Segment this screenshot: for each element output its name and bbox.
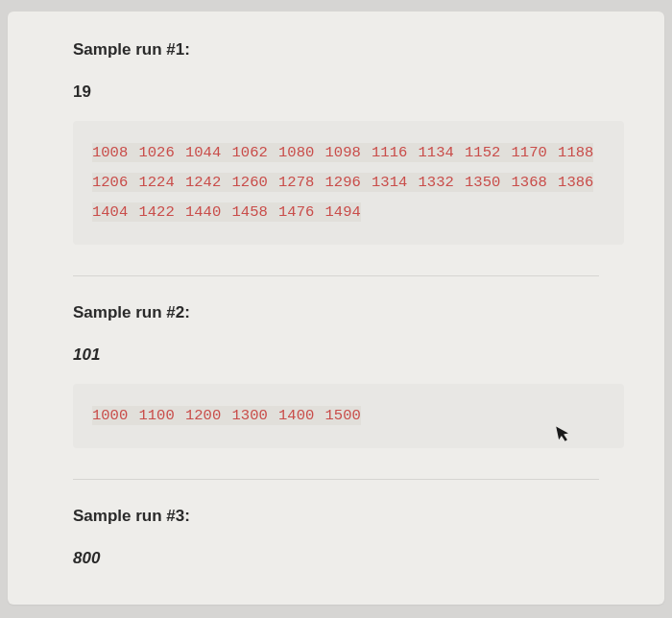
- sample-run-heading: Sample run #3:: [31, 507, 641, 526]
- content-card: Sample run #1: 19 1008 1026 1044 1062 10…: [8, 12, 664, 605]
- code-output: 1000 1100 1200 1300 1400 1500: [73, 384, 624, 448]
- code-output: 1008 1026 1044 1062 1080 1098 1116 1134 …: [73, 121, 624, 245]
- divider: [73, 275, 599, 276]
- sample-run-section: Sample run #1: 19 1008 1026 1044 1062 10…: [31, 40, 641, 245]
- sample-run-input: 101: [31, 345, 641, 365]
- divider: [73, 479, 599, 480]
- sample-run-input: 19: [31, 83, 641, 102]
- sample-run-section: Sample run #3: 800: [31, 507, 641, 568]
- sample-run-heading: Sample run #2:: [31, 303, 641, 322]
- sample-run-heading: Sample run #1:: [31, 40, 641, 59]
- sample-run-input: 800: [31, 549, 641, 568]
- sample-run-section: Sample run #2: 101 1000 1100 1200 1300 1…: [31, 303, 641, 448]
